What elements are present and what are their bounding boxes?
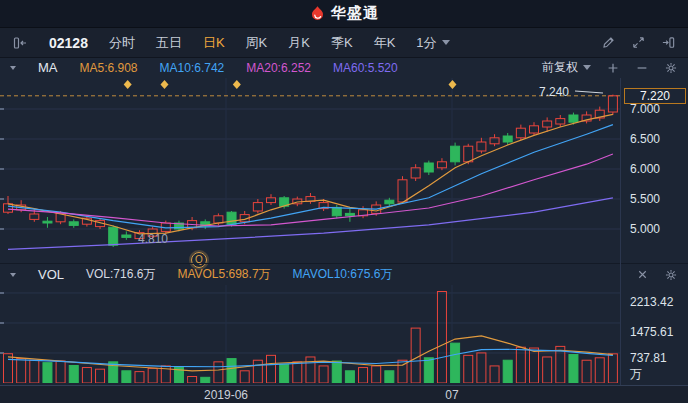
low-price-label: 4.810 xyxy=(138,232,168,246)
date-label: 2019-06 xyxy=(196,388,256,402)
chevron-down-icon xyxy=(442,40,450,45)
price-tick: 6.500 xyxy=(630,132,660,146)
dock-panel-icon[interactable] xyxy=(661,35,676,50)
toolbar-right-icons xyxy=(601,35,676,50)
zoom-in-icon[interactable] xyxy=(606,61,620,75)
chart-toolbar: 02128 分时 五日 日K 周K 月K 季K 年K 1分 xyxy=(0,28,688,58)
ma-label: MA xyxy=(38,60,58,75)
ma10-value: MA10:6.742 xyxy=(160,61,225,75)
price-tick: 5.000 xyxy=(630,222,660,236)
adjust-type-value: 前复权 xyxy=(542,59,578,76)
volume-tick: 2213.42 xyxy=(630,295,673,309)
fullscreen-icon[interactable] xyxy=(631,35,646,50)
vol-label: VOL xyxy=(38,267,64,282)
mavol5-value: MAVOL5:698.7万 xyxy=(177,266,270,283)
draw-tool-icon[interactable] xyxy=(601,35,616,50)
mavol10-value: MAVOL10:675.6万 xyxy=(293,266,393,283)
volume-tick: 1475.61 xyxy=(630,325,673,339)
time-axis: 2019-06 07 xyxy=(0,385,688,403)
tab-quarterly-k[interactable]: 季K xyxy=(331,34,353,52)
huasheng-logo-icon xyxy=(309,5,326,22)
volume-chart-area[interactable]: 2213.42 1475.61 737.81 万 xyxy=(0,285,688,383)
ma60-value: MA60:5.520 xyxy=(333,61,398,75)
minute-period-value: 1分 xyxy=(416,34,436,52)
tab-yearly-k[interactable]: 年K xyxy=(374,34,396,52)
ma-indicator-row: MA MA5:6.908 MA10:6.742 MA20:6.252 MA60:… xyxy=(0,57,688,78)
event-diamond-marker xyxy=(124,80,132,89)
vol-value: VOL:716.6万 xyxy=(86,266,155,283)
tab-weekly-k[interactable]: 周K xyxy=(246,34,268,52)
volume-axis-unit: 万 xyxy=(630,366,642,383)
price-tick: 7.000 xyxy=(630,102,660,116)
zoom-out-icon[interactable] xyxy=(635,61,649,75)
price-tick: 6.000 xyxy=(630,162,660,176)
close-indicator-icon[interactable] xyxy=(636,268,649,281)
volume-series xyxy=(4,291,618,383)
app-logo-text: 华盛通 xyxy=(331,4,379,23)
ma-row-controls: 前复权 xyxy=(542,59,678,76)
high-price-label: 7.240 xyxy=(539,85,569,99)
volume-bars-chart[interactable] xyxy=(0,285,688,383)
vol-row-controls xyxy=(636,268,678,282)
ma5-value: MA5:6.908 xyxy=(80,61,138,75)
event-diamond-marker xyxy=(448,80,456,89)
stock-code: 02128 xyxy=(49,35,88,51)
tab-timeline[interactable]: 分时 xyxy=(109,34,135,52)
ma20-value: MA20:6.252 xyxy=(246,61,311,75)
candlestick-series xyxy=(4,95,618,247)
ma-collapse-caret-icon[interactable] xyxy=(10,66,16,70)
huasheng-trading-app: 华盛通 02128 分时 五日 日K 周K 月K 季K 年K 1分 xyxy=(0,0,688,403)
vol-settings-gear-icon[interactable] xyxy=(664,268,678,282)
price-tick: 5.500 xyxy=(630,192,660,206)
chevron-down-icon xyxy=(583,65,591,70)
volume-indicator-row: VOL VOL:716.6万 MAVOL5:698.7万 MAVOL10:675… xyxy=(0,264,688,285)
app-header: 华盛通 xyxy=(0,0,688,28)
chart-settings-gear-icon[interactable] xyxy=(664,61,678,75)
date-label: 07 xyxy=(422,388,482,402)
price-chart-area[interactable]: 7.240 4.810 Q 7.220 7.000 6.500 6.000 5.… xyxy=(0,78,688,262)
tab-daily-k[interactable]: 日K xyxy=(203,34,225,52)
adjust-type-dropdown[interactable]: 前复权 xyxy=(542,59,591,76)
event-diamond-marker xyxy=(233,80,241,89)
vol-collapse-caret-icon[interactable] xyxy=(10,273,16,277)
event-diamond-marker xyxy=(160,80,168,89)
volume-tick: 737.81 xyxy=(630,351,667,365)
minute-period-dropdown[interactable]: 1分 xyxy=(416,34,449,52)
collapse-left-icon[interactable] xyxy=(12,35,28,51)
tab-5day[interactable]: 五日 xyxy=(156,34,182,52)
tab-monthly-k[interactable]: 月K xyxy=(288,34,310,52)
axis-separator xyxy=(620,78,621,385)
candlestick-chart[interactable] xyxy=(0,78,688,262)
